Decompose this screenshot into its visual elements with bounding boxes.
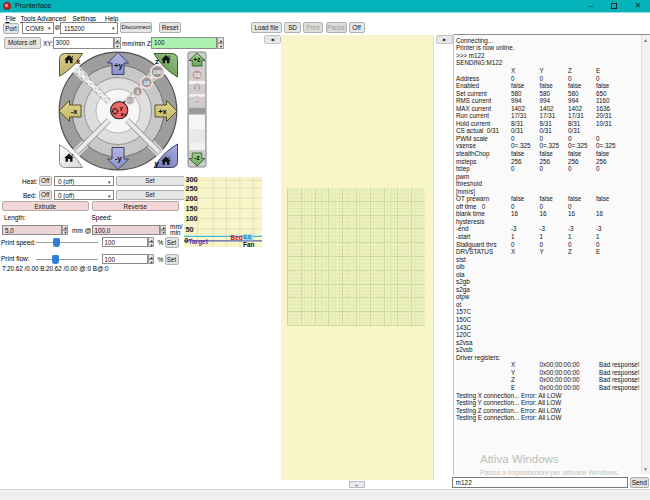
svg-text:-y: -y xyxy=(115,154,122,163)
svg-text:0.1: 0.1 xyxy=(195,98,200,102)
svg-text:x: x xyxy=(120,110,124,117)
svg-text:100: 100 xyxy=(153,69,162,75)
svg-text:y: y xyxy=(155,159,160,168)
svg-text:-x: -x xyxy=(71,107,78,116)
svg-text:x: x xyxy=(76,57,81,66)
svg-text:Bed: Bed xyxy=(231,234,243,241)
svg-text:200: 200 xyxy=(186,194,198,203)
svg-text:1: 1 xyxy=(196,85,199,91)
svg-text:z: z xyxy=(155,57,159,66)
svg-text:Fan: Fan xyxy=(243,240,255,247)
svg-text:0.1: 0.1 xyxy=(127,99,132,103)
svg-text:250: 250 xyxy=(186,183,198,192)
svg-text:100: 100 xyxy=(186,214,198,223)
svg-text:0.0: 0.0 xyxy=(244,234,252,240)
svg-text:+y: +y xyxy=(114,61,123,70)
svg-text:-z: -z xyxy=(194,154,200,161)
svg-text:+x: +x xyxy=(158,107,167,116)
svg-text:10: 10 xyxy=(194,72,201,78)
svg-text:1: 1 xyxy=(136,89,139,95)
svg-text:+z: +z xyxy=(193,56,201,63)
svg-text:150: 150 xyxy=(186,204,198,213)
svg-text:10: 10 xyxy=(144,80,150,86)
svg-text:Target: Target xyxy=(189,237,209,245)
svg-text:50: 50 xyxy=(186,224,194,233)
